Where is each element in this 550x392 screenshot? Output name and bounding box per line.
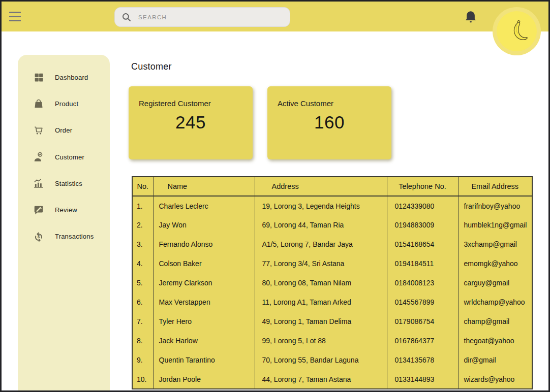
- cell-email: thegoat@yahoo: [458, 331, 532, 350]
- hamburger-bar: [9, 20, 21, 21]
- cell-name: Charles Leclerc: [153, 196, 255, 215]
- cell-no: 8.: [132, 331, 153, 350]
- table-row: 3. Fernando Alonso A1/5, Lorong 7, Banda…: [132, 235, 532, 254]
- table-row: 2. Jay Won 69, Lorong 44, Taman Ria 0194…: [132, 215, 532, 235]
- cell-phone: 0179086754: [387, 312, 458, 331]
- cell-email: dir@gmail: [458, 350, 532, 370]
- stat-card-label: Active Customer: [278, 99, 391, 108]
- column-header-address: Address: [255, 177, 387, 196]
- pencil-bubble-icon: [33, 204, 45, 216]
- cell-name: Max Verstappen: [153, 292, 255, 312]
- cell-address: 77, Lorong 3/4, Sri Astana: [255, 254, 387, 273]
- cell-name: Jeremy Clarkson: [153, 273, 255, 292]
- cell-phone: 0194883009: [387, 215, 458, 235]
- hamburger-menu-icon[interactable]: [9, 12, 21, 21]
- table-row: 5. Jeremy Clarkson 80, Lorong 08, Taman …: [132, 273, 532, 292]
- cell-name: Fernando Alonso: [153, 235, 255, 254]
- table-row: 1. Charles Leclerc 19, Lorong 3, Legenda…: [132, 196, 532, 215]
- sidebar-item-label: Order: [55, 126, 72, 134]
- cell-name: Tyler Hero: [153, 312, 255, 331]
- active-customer-card: Active Customer 160: [267, 86, 391, 159]
- banana-icon: [503, 18, 531, 45]
- cell-email: wrldchamp@yahoo: [458, 292, 532, 312]
- avatar-inner-circle: [497, 11, 537, 51]
- cell-no: 4.: [132, 254, 153, 273]
- table-row: 4. Colson Baker 77, Lorong 3/4, Sri Asta…: [132, 254, 532, 273]
- cell-address: 69, Lorong 44, Taman Ria: [255, 215, 387, 235]
- search-icon: [121, 12, 132, 22]
- sidebar-item-order[interactable]: Order: [18, 117, 110, 144]
- cell-no: 10.: [132, 370, 153, 389]
- cell-address: 70, Lorong 55, Bandar Laguna: [255, 350, 387, 370]
- cell-no: 2.: [132, 215, 153, 235]
- search-input[interactable]: [132, 14, 285, 20]
- cell-no: 3.: [132, 235, 153, 254]
- column-header-name: Name: [153, 177, 255, 196]
- person-check-icon: [33, 151, 45, 163]
- sidebar-item-customer[interactable]: Customer: [18, 144, 110, 170]
- cell-name: Colson Baker: [153, 254, 255, 273]
- stat-card-label: Registered Customer: [139, 99, 253, 108]
- sidebar-item-label: Product: [55, 100, 78, 108]
- cell-address: 19, Lorong 3, Legenda Heights: [255, 196, 387, 215]
- bar-chart-icon: [33, 177, 45, 189]
- table-row: 10. Jordan Poole 44, Lorong 7, Taman Ast…: [132, 370, 532, 389]
- shopping-bag-icon: [33, 97, 45, 110]
- cell-email: wizards@yahoo: [458, 370, 532, 389]
- cell-no: 5.: [132, 273, 153, 292]
- cell-address: 49, Lorong 1, Taman Delima: [255, 312, 387, 331]
- cell-phone: 0184008123: [387, 273, 458, 292]
- cell-email: carguy@gmail: [458, 273, 532, 292]
- cell-email: champ@gmail: [458, 312, 532, 331]
- cell-name: Jordan Poole: [153, 370, 255, 389]
- cell-name: Quentin Tarantino: [153, 350, 255, 370]
- stat-card-value: 160: [267, 112, 391, 133]
- cell-name: Jack Harlow: [153, 331, 255, 350]
- cell-no: 1.: [132, 196, 153, 215]
- cell-no: 9.: [132, 350, 153, 370]
- sidebar: Dashboard Product Order: [18, 55, 110, 390]
- table-header-row: No. Name Address Telephone No. Email Add…: [132, 177, 532, 196]
- hamburger-bar: [9, 16, 21, 17]
- sidebar-item-label: Statistics: [55, 180, 82, 187]
- notifications-bell-icon[interactable]: [463, 9, 478, 25]
- sidebar-item-label: Review: [55, 206, 77, 214]
- cell-address: 99, Lorong 5, Lot 88: [255, 331, 387, 350]
- svg-text:$: $: [38, 234, 40, 239]
- cell-phone: 0154168654: [387, 235, 458, 254]
- customer-table: No. Name Address Telephone No. Email Add…: [132, 176, 533, 389]
- cell-phone: 0194184511: [387, 254, 458, 273]
- avatar[interactable]: [493, 7, 541, 55]
- topbar: [2, 2, 548, 31]
- table-row: 8. Jack Harlow 99, Lorong 5, Lot 88 0167…: [132, 331, 532, 350]
- cell-address: 11, Lorong A1, Taman Arked: [255, 292, 387, 312]
- sidebar-item-dashboard[interactable]: Dashboard: [18, 64, 110, 90]
- shopping-cart-icon: [33, 124, 45, 137]
- cell-phone: 0124339080: [387, 196, 458, 215]
- search-bar[interactable]: [114, 7, 290, 27]
- page-title: Customer: [131, 61, 172, 72]
- cell-email: emomgk@yahoo: [458, 254, 532, 273]
- sidebar-item-transactions[interactable]: $ Transactions: [18, 223, 110, 250]
- cell-email: humblek1ng@gmail: [458, 215, 532, 235]
- app-window: Dashboard Product Order: [2, 2, 548, 390]
- table-row: 6. Max Verstappen 11, Lorong A1, Taman A…: [132, 292, 532, 312]
- cell-no: 6.: [132, 292, 153, 312]
- cell-address: 80, Lorong 08, Taman Nilam: [255, 273, 387, 292]
- table-row: 7. Tyler Hero 49, Lorong 1, Taman Delima…: [132, 312, 532, 331]
- stat-card-value: 245: [129, 112, 253, 133]
- cell-email: 3xchamp@gmail: [458, 235, 532, 254]
- sidebar-item-product[interactable]: Product: [18, 90, 110, 117]
- cell-email: frarifnboy@yahoo: [458, 196, 532, 215]
- cell-address: 44, Lorong 7, Taman Astana: [255, 370, 387, 389]
- table-row: 9. Quentin Tarantino 70, Lorong 55, Band…: [132, 350, 532, 370]
- cell-name: Jay Won: [153, 215, 255, 235]
- dashboard-grid-icon: [33, 71, 45, 83]
- sidebar-item-statistics[interactable]: Statistics: [18, 170, 110, 197]
- sidebar-item-review[interactable]: Review: [18, 197, 110, 223]
- cell-no: 7.: [132, 312, 153, 331]
- hamburger-bar: [9, 12, 21, 13]
- dollar-refresh-icon: $: [33, 231, 45, 243]
- sidebar-item-label: Transactions: [55, 233, 94, 240]
- cell-phone: 0133144893: [387, 370, 458, 389]
